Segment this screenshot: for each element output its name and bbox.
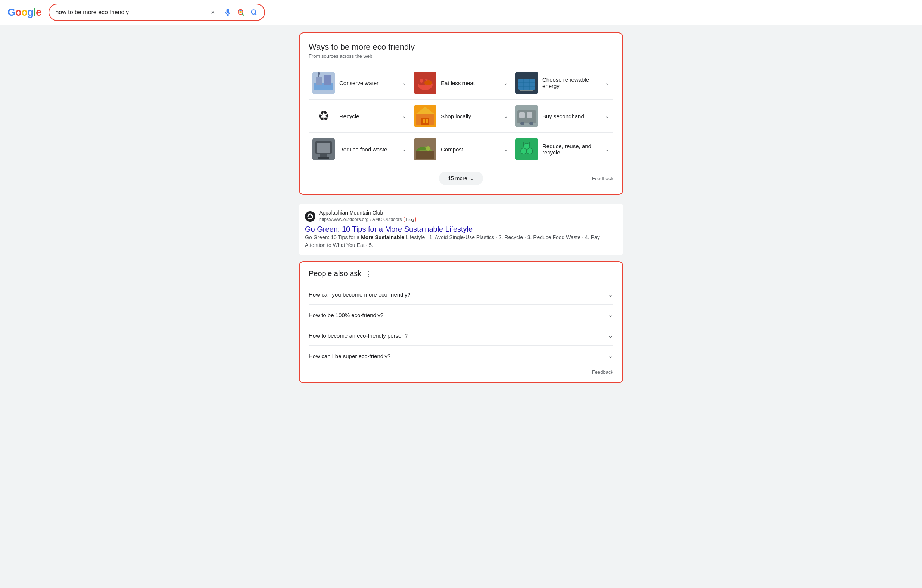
paa-chevron-2: ⌄: [608, 311, 613, 319]
svg-point-5: [252, 10, 256, 14]
svg-point-34: [529, 122, 533, 125]
blog-badge[interactable]: Blog: [404, 217, 416, 222]
paa-question-3[interactable]: How to become an eco-friendly person? ⌄: [309, 325, 613, 345]
more-button[interactable]: 15 more ⌄: [439, 172, 483, 185]
svg-point-45: [426, 146, 430, 151]
eco-card-subtitle: From sources across the web: [309, 53, 613, 59]
eco-label-compost: Compost: [441, 146, 499, 153]
main-content: Ways to be more eco friendly From source…: [293, 33, 629, 383]
search-button[interactable]: [249, 8, 258, 17]
paa-chevron-3: ⌄: [608, 331, 613, 340]
svg-line-6: [255, 14, 257, 15]
paa-menu-icon[interactable]: ⋮: [365, 270, 372, 278]
svg-rect-9: [316, 77, 322, 85]
eco-item-compost[interactable]: Compost ⌄: [410, 133, 512, 166]
eco-label-renewable-energy: Choose renewable energy: [543, 77, 601, 89]
eco-img-shop-locally: [414, 105, 436, 127]
chevron-eat-less-meat: ⌄: [504, 80, 508, 86]
reduce-reuse-illustration: [515, 138, 538, 160]
svg-rect-24: [520, 90, 533, 91]
chevron-reduce-food-waste: ⌄: [402, 146, 407, 152]
eco-label-eat-less-meat: Eat less meat: [441, 80, 499, 86]
source-url-text: https://www.outdoors.org › AMC Outdoors: [319, 217, 402, 222]
result-snippet: Go Green: 10 Tips for a More Sustainable…: [305, 234, 617, 249]
eco-img-reduce-food-waste: [312, 138, 335, 160]
search-icons: ×: [210, 7, 259, 17]
logo-e-red: e: [36, 7, 41, 18]
paa-question-3-text: How to become an eco-friendly person?: [309, 332, 408, 339]
svg-point-49: [524, 143, 530, 149]
eco-footer: 15 more ⌄ Feedback: [309, 169, 613, 185]
chevron-compost: ⌄: [504, 146, 508, 152]
eco-label-reduce-reuse: Reduce, reuse, and recycle: [543, 143, 601, 155]
svg-rect-10: [324, 75, 331, 85]
paa-chevron-1: ⌄: [608, 290, 613, 299]
svg-point-16: [424, 80, 432, 85]
chevron-renewable-energy: ⌄: [605, 80, 610, 86]
eco-img-reduce-reuse: [515, 138, 538, 160]
paa-header: People also ask ⋮: [309, 270, 613, 278]
chevron-reduce-reuse: ⌄: [605, 146, 610, 152]
svg-point-33: [520, 122, 524, 125]
logo-o-red: o: [15, 7, 21, 18]
eco-item-recycle[interactable]: ♻ Recycle ⌄: [309, 100, 410, 133]
lens-icon: [237, 8, 245, 16]
search-input[interactable]: [55, 9, 206, 16]
eco-ways-card: Ways to be more eco friendly From source…: [299, 33, 623, 195]
svg-rect-36: [527, 112, 532, 118]
logo-l-green: l: [33, 7, 36, 18]
conserve-water-illustration: [312, 72, 335, 94]
eco-feedback-link[interactable]: Feedback: [592, 176, 613, 181]
svg-point-17: [420, 79, 423, 83]
compost-illustration: [414, 138, 436, 160]
paa-question-1[interactable]: How can you become more eco-friendly? ⌄: [309, 284, 613, 304]
eco-item-conserve-water[interactable]: Conserve water ⌄: [309, 66, 410, 100]
svg-line-4: [242, 14, 244, 16]
source-favicon: [305, 211, 316, 222]
eco-item-buy-secondhand[interactable]: Buy secondhand ⌄: [512, 100, 613, 133]
eco-img-buy-secondhand: [515, 105, 538, 127]
logo-o-yellow: o: [21, 7, 27, 18]
source-url-row: https://www.outdoors.org › AMC Outdoors …: [319, 216, 424, 223]
chevron-conserve-water: ⌄: [402, 80, 407, 86]
eco-label-recycle: Recycle: [339, 113, 397, 119]
recycle-symbol: ♻: [318, 108, 330, 124]
clear-button[interactable]: ×: [210, 8, 216, 17]
paa-feedback-link[interactable]: Feedback: [592, 369, 613, 375]
eco-grid: Conserve water ⌄ Eat less meat ⌄: [309, 66, 613, 166]
amc-logo-icon: [307, 213, 314, 220]
eco-item-renewable-energy[interactable]: Choose renewable energy ⌄: [512, 66, 613, 100]
people-also-ask-card: People also ask ⋮ How can you become mor…: [299, 261, 623, 383]
eco-item-reduce-food-waste[interactable]: Reduce food waste ⌄: [309, 133, 410, 166]
header: Google ×: [0, 0, 922, 25]
eco-label-shop-locally: Shop locally: [441, 113, 499, 119]
lens-button[interactable]: [236, 7, 245, 17]
result-source: Appalachian Mountain Club https://www.ou…: [305, 210, 617, 223]
eco-img-renewable-energy: [515, 72, 538, 94]
eco-img-eat-less-meat: [414, 72, 436, 94]
paa-question-2[interactable]: How to be 100% eco-friendly? ⌄: [309, 304, 613, 325]
eco-img-compost: [414, 138, 436, 160]
three-dots-icon[interactable]: ⋮: [418, 216, 424, 223]
chevron-shop-locally: ⌄: [504, 113, 508, 119]
mic-button[interactable]: [223, 8, 232, 17]
eco-item-shop-locally[interactable]: Shop locally ⌄: [410, 100, 512, 133]
svg-rect-19: [518, 79, 535, 90]
chevron-buy-secondhand: ⌄: [605, 113, 610, 119]
paa-question-2-text: How to be 100% eco-friendly?: [309, 312, 383, 318]
result-title[interactable]: Go Green: 10 Tips for a More Sustainable…: [305, 225, 472, 233]
eco-item-eat-less-meat[interactable]: Eat less meat ⌄: [410, 66, 512, 100]
svg-rect-30: [425, 119, 428, 123]
more-button-label: 15 more: [448, 175, 467, 181]
source-name: Appalachian Mountain Club: [319, 210, 424, 216]
logo-g-blue: G: [7, 7, 15, 18]
buy-secondhand-illustration: [515, 105, 538, 127]
svg-rect-42: [318, 157, 329, 158]
chevron-recycle: ⌄: [402, 113, 407, 119]
eat-less-meat-illustration: [414, 72, 436, 94]
google-logo: Google: [7, 7, 41, 18]
svg-point-3: [240, 11, 242, 13]
svg-rect-35: [519, 112, 525, 118]
eco-item-reduce-reuse[interactable]: Reduce, reuse, and recycle ⌄: [512, 133, 613, 166]
paa-question-4[interactable]: How can I be super eco-friendly? ⌄: [309, 345, 613, 366]
